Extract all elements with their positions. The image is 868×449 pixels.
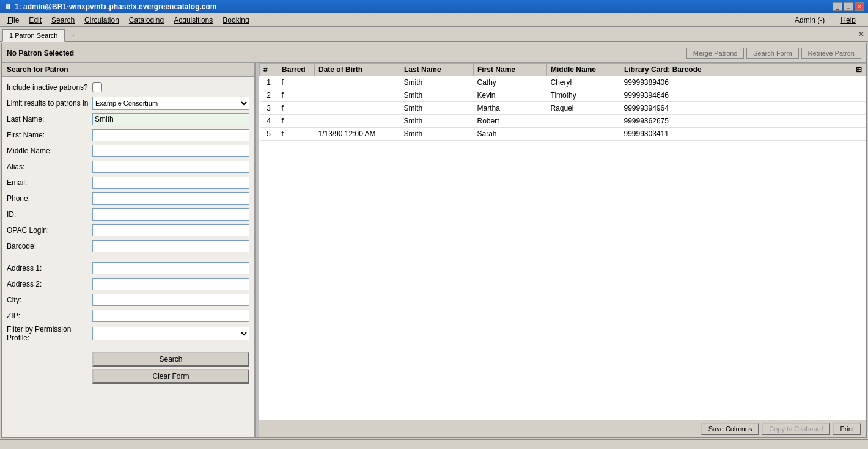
cell-dob: 1/13/90 12:00 AM <box>315 128 400 141</box>
zip-input[interactable] <box>92 310 249 322</box>
results-table: # Barred Date of Birth Last Name First N… <box>259 63 866 141</box>
table-row[interactable]: 2 f Smith Kevin Timothy 99999394646 <box>260 89 866 102</box>
address2-input[interactable] <box>92 278 249 290</box>
barcode-input[interactable] <box>92 240 249 252</box>
limit-patrons-select[interactable]: Example Consortium <box>92 97 249 110</box>
opac-login-input[interactable] <box>92 224 249 236</box>
cell-barcode: 99999303411 <box>620 128 866 141</box>
merge-patrons-button[interactable]: Merge Patrons <box>686 48 744 59</box>
col-barcode: Library Card: Barcode ⊞ <box>620 64 866 76</box>
cell-lastname: Smith <box>400 128 474 141</box>
limit-patrons-label: Limit results to patrons in <box>7 99 92 108</box>
cell-lastname: Smith <box>400 102 474 115</box>
zip-row: ZIP: <box>7 309 249 323</box>
clear-form-button[interactable]: Clear Form <box>92 369 249 384</box>
header-buttons: Merge Patrons Search Form Retrieve Patro… <box>686 48 861 59</box>
cell-middlename <box>547 128 620 141</box>
cell-lastname: Smith <box>400 76 474 89</box>
title-bar: 🖥 1: admin@BR1-winxpvmfx.phasefx.evergre… <box>0 0 868 13</box>
save-columns-button[interactable]: Save Columns <box>701 423 760 435</box>
cell-lastname: Smith <box>400 115 474 128</box>
form-area: Include inactive patrons? Limit results … <box>2 77 254 348</box>
tab-bar-close[interactable]: ✕ <box>858 30 864 38</box>
address1-input[interactable] <box>92 262 249 274</box>
cell-middlename <box>547 115 620 128</box>
cell-dob <box>315 76 400 89</box>
retrieve-patron-button[interactable]: Retrieve Patron <box>801 48 861 59</box>
address1-label: Address 1: <box>7 264 92 272</box>
status-bar <box>0 439 868 449</box>
table-row[interactable]: 1 f Smith Cathy Cheryl 99999389406 <box>260 76 866 89</box>
first-name-input[interactable] <box>92 129 249 141</box>
last-name-label: Last Name: <box>7 115 92 123</box>
last-name-row: Last Name: <box>7 112 249 126</box>
close-button[interactable]: × <box>855 2 864 11</box>
tab-bar: 1 Patron Search + ✕ <box>0 27 868 42</box>
alias-input[interactable] <box>92 161 249 173</box>
tab-label: 1 Patron Search <box>9 32 58 39</box>
content-split: Search for Patron Include inactive patro… <box>2 63 866 437</box>
id-label: ID: <box>7 210 92 219</box>
table-header-row: # Barred Date of Birth Last Name First N… <box>260 64 866 76</box>
menu-cataloging[interactable]: Cataloging <box>124 15 169 26</box>
col-lastname: Last Name <box>400 64 474 76</box>
cell-middlename: Cheryl <box>547 76 620 89</box>
id-input[interactable] <box>92 208 249 221</box>
menu-file[interactable]: File <box>2 15 24 26</box>
tab-patron-search[interactable]: 1 Patron Search <box>2 29 65 42</box>
tab-add-button[interactable]: + <box>66 29 81 41</box>
cell-barcode: 99999394646 <box>620 89 866 102</box>
search-panel: Search for Patron Include inactive patro… <box>2 63 256 437</box>
cell-firstname: Kevin <box>474 89 547 102</box>
address2-label: Address 2: <box>7 280 92 288</box>
menu-help[interactable]: Help <box>836 15 861 26</box>
title-bar-text: 1: admin@BR1-winxpvmfx.phasefx.evergreen… <box>15 2 216 11</box>
search-form-button[interactable]: Search Form <box>746 48 799 59</box>
city-input[interactable] <box>92 294 249 306</box>
address1-row: Address 1: <box>7 261 249 275</box>
cell-num: 1 <box>260 76 278 89</box>
menu-booking[interactable]: Booking <box>218 15 254 26</box>
cell-num: 2 <box>260 89 278 102</box>
permission-profile-label: Filter by Permission Profile: <box>7 325 92 342</box>
menu-edit[interactable]: Edit <box>24 15 46 26</box>
cell-firstname: Robert <box>474 115 547 128</box>
last-name-input[interactable] <box>92 113 249 125</box>
cell-dob <box>315 102 400 115</box>
limit-patrons-row: Limit results to patrons in Example Cons… <box>7 97 249 110</box>
email-row: Email: <box>7 176 249 189</box>
permission-profile-select[interactable] <box>92 327 249 340</box>
cell-firstname: Cathy <box>474 76 547 89</box>
cell-num: 5 <box>260 128 278 141</box>
maximize-button[interactable]: □ <box>844 2 853 11</box>
cell-num: 4 <box>260 115 278 128</box>
minimize-button[interactable]: _ <box>833 2 842 11</box>
col-barred: Barred <box>278 64 315 76</box>
menu-search[interactable]: Search <box>46 15 79 26</box>
zip-label: ZIP: <box>7 312 92 320</box>
table-row[interactable]: 5 f 1/13/90 12:00 AM Smith Sarah 9999930… <box>260 128 866 141</box>
include-inactive-checkbox[interactable] <box>92 82 102 92</box>
col-middlename: Middle Name <box>547 64 620 76</box>
menu-acquisitions[interactable]: Acquisitions <box>169 15 218 26</box>
cell-middlename: Raquel <box>547 102 620 115</box>
table-row[interactable]: 4 f Smith Robert 99999362675 <box>260 115 866 128</box>
col-num: # <box>260 64 278 76</box>
app-icon: 🖥 <box>4 2 11 11</box>
barcode-row: Barcode: <box>7 239 249 253</box>
menu-circulation[interactable]: Circulation <box>79 15 124 26</box>
email-input[interactable] <box>92 177 249 189</box>
id-row: ID: <box>7 208 249 221</box>
phone-label: Phone: <box>7 194 92 203</box>
col-firstname: First Name <box>474 64 547 76</box>
copy-to-clipboard-button[interactable]: Copy to Clipboard <box>762 423 830 435</box>
print-button[interactable]: Print <box>833 423 861 435</box>
middle-name-input[interactable] <box>92 145 249 157</box>
phone-input[interactable] <box>92 192 249 205</box>
menu-admin[interactable]: Admin (-) <box>790 15 829 26</box>
cell-dob <box>315 89 400 102</box>
search-button[interactable]: Search <box>92 352 249 367</box>
table-row[interactable]: 3 f Smith Martha Raquel 99999394964 <box>260 102 866 115</box>
address2-row: Address 2: <box>7 277 249 291</box>
main-area: No Patron Selected Merge Patrons Search … <box>1 43 867 438</box>
